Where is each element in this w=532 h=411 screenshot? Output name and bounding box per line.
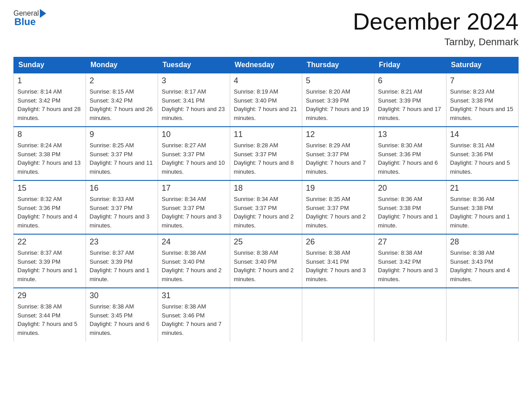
day-number: 10 xyxy=(162,130,226,139)
calendar-cell: 10 Sunrise: 8:27 AMSunset: 3:37 PMDaylig… xyxy=(158,127,230,180)
calendar-cell xyxy=(374,288,446,342)
day-number: 15 xyxy=(17,184,82,193)
calendar-cell: 15 Sunrise: 8:32 AMSunset: 3:36 PMDaylig… xyxy=(14,180,86,234)
day-number: 7 xyxy=(450,76,515,86)
day-number: 23 xyxy=(90,237,154,247)
logo-blue-text: Blue xyxy=(14,16,48,28)
calendar-cell: 25 Sunrise: 8:38 AMSunset: 3:40 PMDaylig… xyxy=(230,234,302,288)
page-header: General Blue December 2024 Tarnby, Denma… xyxy=(13,9,519,48)
day-info: Sunrise: 8:38 AMSunset: 3:46 PMDaylight:… xyxy=(162,302,226,337)
day-number: 2 xyxy=(90,76,154,86)
col-wednesday: Wednesday xyxy=(230,57,302,73)
calendar-header: Sunday Monday Tuesday Wednesday Thursday… xyxy=(14,57,519,73)
day-info: Sunrise: 8:24 AMSunset: 3:38 PMDaylight:… xyxy=(17,141,82,176)
day-info: Sunrise: 8:38 AMSunset: 3:45 PMDaylight:… xyxy=(90,302,154,337)
day-number: 11 xyxy=(234,130,298,139)
day-number: 27 xyxy=(378,237,442,247)
day-info: Sunrise: 8:32 AMSunset: 3:36 PMDaylight:… xyxy=(17,195,82,230)
day-number: 6 xyxy=(378,76,442,86)
day-number: 9 xyxy=(90,130,154,139)
calendar-cell: 11 Sunrise: 8:28 AMSunset: 3:37 PMDaylig… xyxy=(230,127,302,180)
calendar-cell: 4 Sunrise: 8:19 AMSunset: 3:40 PMDayligh… xyxy=(230,73,302,127)
calendar-cell: 19 Sunrise: 8:35 AMSunset: 3:37 PMDaylig… xyxy=(302,180,374,234)
calendar-cell: 17 Sunrise: 8:34 AMSunset: 3:37 PMDaylig… xyxy=(158,180,230,234)
calendar-cell: 3 Sunrise: 8:17 AMSunset: 3:41 PMDayligh… xyxy=(158,73,230,127)
calendar-cell: 5 Sunrise: 8:20 AMSunset: 3:39 PMDayligh… xyxy=(302,73,374,127)
day-info: Sunrise: 8:38 AMSunset: 3:41 PMDaylight:… xyxy=(306,248,370,283)
calendar-week-2: 8 Sunrise: 8:24 AMSunset: 3:38 PMDayligh… xyxy=(14,127,519,180)
day-info: Sunrise: 8:27 AMSunset: 3:37 PMDaylight:… xyxy=(162,141,226,176)
calendar-cell: 27 Sunrise: 8:38 AMSunset: 3:42 PMDaylig… xyxy=(374,234,446,288)
day-info: Sunrise: 8:23 AMSunset: 3:38 PMDaylight:… xyxy=(450,87,515,122)
calendar-body: 1 Sunrise: 8:14 AMSunset: 3:42 PMDayligh… xyxy=(14,73,519,342)
day-number: 21 xyxy=(450,184,515,193)
calendar-cell: 2 Sunrise: 8:15 AMSunset: 3:42 PMDayligh… xyxy=(86,73,158,127)
day-info: Sunrise: 8:38 AMSunset: 3:40 PMDaylight:… xyxy=(162,248,226,283)
calendar-week-1: 1 Sunrise: 8:14 AMSunset: 3:42 PMDayligh… xyxy=(14,73,519,127)
day-info: Sunrise: 8:37 AMSunset: 3:39 PMDaylight:… xyxy=(17,248,82,283)
day-number: 18 xyxy=(234,184,298,193)
calendar-cell: 14 Sunrise: 8:31 AMSunset: 3:36 PMDaylig… xyxy=(446,127,519,180)
day-number: 4 xyxy=(234,76,298,86)
calendar-cell: 24 Sunrise: 8:38 AMSunset: 3:40 PMDaylig… xyxy=(158,234,230,288)
calendar-cell: 29 Sunrise: 8:38 AMSunset: 3:44 PMDaylig… xyxy=(14,288,86,342)
location-text: Tarnby, Denmark xyxy=(353,36,519,48)
day-info: Sunrise: 8:25 AMSunset: 3:37 PMDaylight:… xyxy=(90,141,154,176)
day-info: Sunrise: 8:21 AMSunset: 3:39 PMDaylight:… xyxy=(378,87,442,122)
calendar-week-4: 22 Sunrise: 8:37 AMSunset: 3:39 PMDaylig… xyxy=(14,234,519,288)
day-info: Sunrise: 8:19 AMSunset: 3:40 PMDaylight:… xyxy=(234,87,298,122)
col-sunday: Sunday xyxy=(14,57,86,73)
day-number: 24 xyxy=(162,237,226,247)
day-number: 3 xyxy=(162,76,226,86)
day-info: Sunrise: 8:35 AMSunset: 3:37 PMDaylight:… xyxy=(306,195,370,230)
calendar-cell: 30 Sunrise: 8:38 AMSunset: 3:45 PMDaylig… xyxy=(86,288,158,342)
calendar-cell xyxy=(446,288,519,342)
day-info: Sunrise: 8:38 AMSunset: 3:44 PMDaylight:… xyxy=(17,302,82,337)
col-saturday: Saturday xyxy=(446,57,519,73)
day-info: Sunrise: 8:36 AMSunset: 3:38 PMDaylight:… xyxy=(450,195,515,230)
day-info: Sunrise: 8:15 AMSunset: 3:42 PMDaylight:… xyxy=(90,87,154,122)
day-number: 13 xyxy=(378,130,442,139)
calendar-cell: 6 Sunrise: 8:21 AMSunset: 3:39 PMDayligh… xyxy=(374,73,446,127)
calendar-cell: 21 Sunrise: 8:36 AMSunset: 3:38 PMDaylig… xyxy=(446,180,519,234)
day-info: Sunrise: 8:29 AMSunset: 3:37 PMDaylight:… xyxy=(306,141,370,176)
day-info: Sunrise: 8:37 AMSunset: 3:39 PMDaylight:… xyxy=(90,248,154,283)
calendar-cell: 12 Sunrise: 8:29 AMSunset: 3:37 PMDaylig… xyxy=(302,127,374,180)
day-number: 26 xyxy=(306,237,370,247)
day-info: Sunrise: 8:14 AMSunset: 3:42 PMDaylight:… xyxy=(17,87,82,122)
day-number: 1 xyxy=(17,76,82,86)
day-info: Sunrise: 8:38 AMSunset: 3:42 PMDaylight:… xyxy=(378,248,442,283)
day-number: 30 xyxy=(90,291,154,300)
day-number: 28 xyxy=(450,237,515,247)
day-number: 17 xyxy=(162,184,226,193)
day-info: Sunrise: 8:28 AMSunset: 3:37 PMDaylight:… xyxy=(234,141,298,176)
day-info: Sunrise: 8:30 AMSunset: 3:36 PMDaylight:… xyxy=(378,141,442,176)
day-info: Sunrise: 8:34 AMSunset: 3:37 PMDaylight:… xyxy=(234,195,298,230)
day-info: Sunrise: 8:33 AMSunset: 3:37 PMDaylight:… xyxy=(90,195,154,230)
calendar-cell: 31 Sunrise: 8:38 AMSunset: 3:46 PMDaylig… xyxy=(158,288,230,342)
calendar-week-5: 29 Sunrise: 8:38 AMSunset: 3:44 PMDaylig… xyxy=(14,288,519,342)
day-info: Sunrise: 8:20 AMSunset: 3:39 PMDaylight:… xyxy=(306,87,370,122)
day-info: Sunrise: 8:36 AMSunset: 3:38 PMDaylight:… xyxy=(378,195,442,230)
month-title: December 2024 xyxy=(353,9,519,34)
calendar-cell: 16 Sunrise: 8:33 AMSunset: 3:37 PMDaylig… xyxy=(86,180,158,234)
day-number: 31 xyxy=(162,291,226,300)
col-thursday: Thursday xyxy=(302,57,374,73)
calendar-cell: 13 Sunrise: 8:30 AMSunset: 3:36 PMDaylig… xyxy=(374,127,446,180)
calendar-cell: 7 Sunrise: 8:23 AMSunset: 3:38 PMDayligh… xyxy=(446,73,519,127)
calendar-table: Sunday Monday Tuesday Wednesday Thursday… xyxy=(13,57,519,342)
title-area: December 2024 Tarnby, Denmark xyxy=(353,9,519,48)
day-number: 20 xyxy=(378,184,442,193)
col-tuesday: Tuesday xyxy=(158,57,230,73)
day-number: 14 xyxy=(450,130,515,139)
day-info: Sunrise: 8:34 AMSunset: 3:37 PMDaylight:… xyxy=(162,195,226,230)
calendar-cell: 1 Sunrise: 8:14 AMSunset: 3:42 PMDayligh… xyxy=(14,73,86,127)
calendar-cell: 23 Sunrise: 8:37 AMSunset: 3:39 PMDaylig… xyxy=(86,234,158,288)
day-info: Sunrise: 8:17 AMSunset: 3:41 PMDaylight:… xyxy=(162,87,226,122)
day-number: 19 xyxy=(306,184,370,193)
day-number: 12 xyxy=(306,130,370,139)
calendar-cell: 28 Sunrise: 8:38 AMSunset: 3:43 PMDaylig… xyxy=(446,234,519,288)
day-info: Sunrise: 8:31 AMSunset: 3:36 PMDaylight:… xyxy=(450,141,515,176)
col-monday: Monday xyxy=(86,57,158,73)
header-row: Sunday Monday Tuesday Wednesday Thursday… xyxy=(14,57,519,73)
